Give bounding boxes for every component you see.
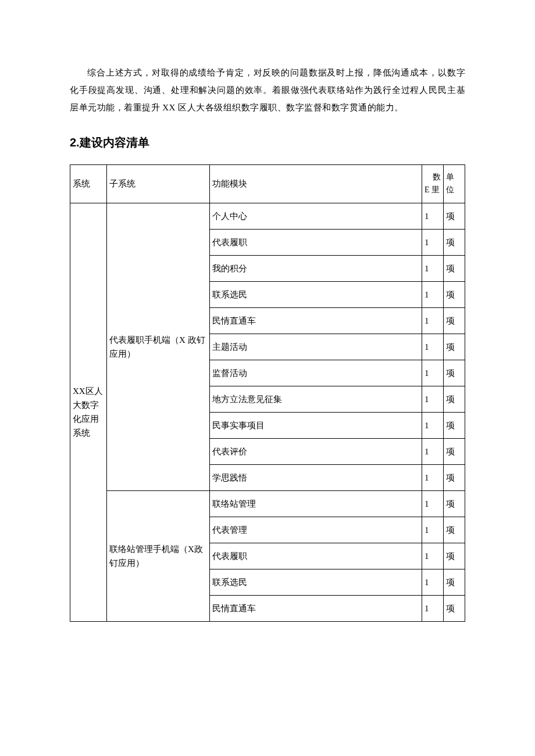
cell-unit: 项 [444, 281, 465, 307]
cell-qty: 1 [422, 307, 444, 334]
cell-qty: 1 [422, 386, 444, 412]
cell-qty: 1 [422, 229, 444, 255]
header-subsystem: 子系统 [107, 165, 210, 203]
content-list-table: 系统 子系统 功能模块 数 E 里 单 位 XX区人大数字化应用系统 代表履职手… [70, 164, 465, 622]
cell-module: 代表履职 [210, 543, 422, 569]
cell-qty: 1 [422, 412, 444, 438]
cell-unit: 项 [444, 229, 465, 255]
cell-unit: 项 [444, 307, 465, 334]
table-body: XX区人大数字化应用系统 代表履职手机端（X 政钉应用） 个人中心 1 项 代表… [70, 203, 465, 621]
cell-qty: 1 [422, 438, 444, 464]
cell-qty: 1 [422, 255, 444, 281]
cell-subsystem: 联络站管理手机端（X政钉应用） [107, 490, 210, 621]
cell-unit: 项 [444, 386, 465, 412]
table-row: 联络站管理手机端（X政钉应用） 联络站管理 1 项 [70, 490, 465, 517]
cell-module: 代表管理 [210, 517, 422, 543]
cell-subsystem: 代表履职手机端（X 政钉应用） [107, 203, 210, 490]
cell-qty: 1 [422, 517, 444, 543]
header-module: 功能模块 [210, 165, 422, 203]
cell-unit: 项 [444, 517, 465, 543]
heading-number: 2. [70, 136, 80, 149]
cell-system: XX区人大数字化应用系统 [70, 203, 107, 621]
cell-unit: 项 [444, 360, 465, 386]
cell-unit: 项 [444, 569, 465, 595]
cell-qty: 1 [422, 360, 444, 386]
cell-module: 联系选民 [210, 281, 422, 307]
header-qty-line2: E 里 [425, 184, 441, 196]
document-page: 综合上述方式，对取得的成绩给予肯定，对反映的问题数据及时上报，降低沟通成本，以数… [0, 0, 535, 756]
cell-qty: 1 [422, 464, 444, 490]
cell-qty: 1 [422, 490, 444, 517]
cell-unit: 项 [444, 334, 465, 360]
cell-module: 代表履职 [210, 229, 422, 255]
cell-unit: 项 [444, 464, 465, 490]
cell-module: 我的积分 [210, 255, 422, 281]
cell-module: 民情直通车 [210, 595, 422, 621]
cell-qty: 1 [422, 281, 444, 307]
header-quantity: 数 E 里 [422, 165, 444, 203]
cell-module: 民情直通车 [210, 307, 422, 334]
cell-module: 监督活动 [210, 360, 422, 386]
cell-module: 主题活动 [210, 334, 422, 360]
cell-module: 联络站管理 [210, 490, 422, 517]
cell-qty: 1 [422, 569, 444, 595]
cell-unit: 项 [444, 595, 465, 621]
header-unit-line2: 位 [446, 184, 462, 196]
cell-unit: 项 [444, 490, 465, 517]
cell-unit: 项 [444, 438, 465, 464]
header-qty-line1: 数 [425, 171, 441, 184]
cell-module: 地方立法意见征集 [210, 386, 422, 412]
cell-qty: 1 [422, 203, 444, 229]
cell-unit: 项 [444, 255, 465, 281]
header-unit: 单 位 [444, 165, 465, 203]
cell-unit: 项 [444, 543, 465, 569]
cell-module: 代表评价 [210, 438, 422, 464]
table-row: XX区人大数字化应用系统 代表履职手机端（X 政钉应用） 个人中心 1 项 [70, 203, 465, 229]
table-header-row: 系统 子系统 功能模块 数 E 里 单 位 [70, 165, 465, 203]
cell-qty: 1 [422, 595, 444, 621]
body-paragraph: 综合上述方式，对取得的成绩给予肯定，对反映的问题数据及时上报，降低沟通成本，以数… [70, 64, 465, 116]
heading-text: 建设内容清单 [80, 136, 149, 149]
cell-qty: 1 [422, 543, 444, 569]
cell-module: 个人中心 [210, 203, 422, 229]
cell-unit: 项 [444, 412, 465, 438]
section-heading: 2.建设内容清单 [70, 135, 465, 151]
cell-unit: 项 [444, 203, 465, 229]
cell-module: 学思践悟 [210, 464, 422, 490]
header-unit-line1: 单 [446, 171, 462, 184]
cell-module: 民事实事项目 [210, 412, 422, 438]
cell-module: 联系选民 [210, 569, 422, 595]
header-system: 系统 [70, 165, 107, 203]
cell-qty: 1 [422, 334, 444, 360]
